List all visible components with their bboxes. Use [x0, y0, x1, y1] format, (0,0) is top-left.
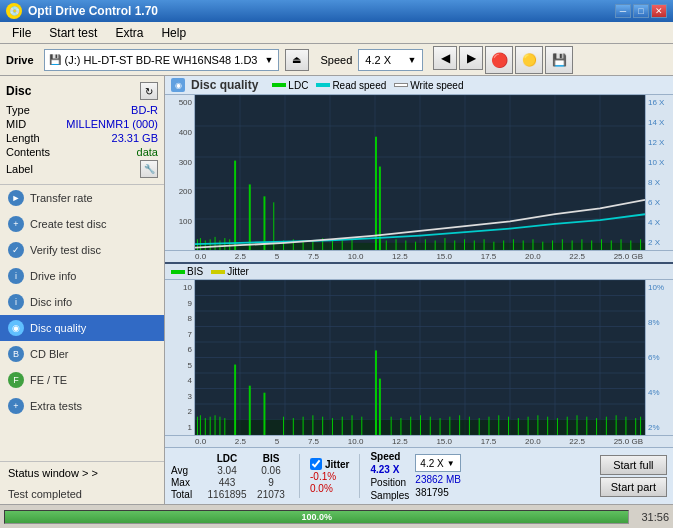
stats-position-label: Position [370, 477, 409, 488]
erase-button[interactable]: 🟡 [515, 46, 543, 74]
svg-rect-45 [435, 240, 436, 250]
svg-rect-58 [562, 239, 563, 250]
jitter-checkbox-row: Jitter [310, 458, 349, 470]
start-full-button[interactable]: Start full [600, 455, 667, 475]
svg-rect-112 [400, 418, 401, 435]
drive-name-text: (J:) HL-DT-ST BD-RE WH16NS48 1.D3 [65, 54, 258, 66]
sidebar-item-disc-quality[interactable]: ◉ Disc quality [0, 315, 164, 341]
speed-dropdown-arrow[interactable]: ▼ [407, 55, 416, 65]
drive-dropdown-arrow[interactable]: ▼ [265, 55, 274, 65]
sidebar: Disc ↻ Type BD-R MID MILLENMR1 (000) Len… [0, 76, 165, 504]
svg-rect-57 [552, 240, 553, 250]
stats-row-labels: Avg Max Total [171, 452, 201, 500]
speed-label: Speed [321, 54, 353, 66]
svg-rect-122 [498, 415, 499, 435]
sidebar-item-disc-info[interactable]: i Disc info [0, 289, 164, 315]
menu-extra[interactable]: Extra [107, 24, 151, 42]
drive-select[interactable]: 💾 (J:) HL-DT-ST BD-RE WH16NS48 1.D3 ▼ [44, 49, 279, 71]
maximize-button[interactable]: □ [633, 4, 649, 18]
status-window-label: Status window > > [8, 467, 98, 479]
chart2-legend: BIS Jitter [165, 264, 673, 280]
chart1-container: 500 400 300 200 100 [165, 95, 673, 264]
svg-rect-129 [567, 417, 568, 435]
next-button[interactable]: ▶ [459, 46, 483, 70]
svg-rect-36 [342, 240, 343, 250]
legend: LDC Read speed Write speed [272, 80, 463, 91]
sidebar-item-verify-test-disc[interactable]: ✓ Verify test disc [0, 237, 164, 263]
stats-max-bis: 9 [253, 477, 289, 488]
chart2-plot [195, 280, 645, 435]
stats-max-ldc: 443 [207, 477, 247, 488]
sidebar-item-fe-te[interactable]: F FE / TE [0, 367, 164, 393]
close-button[interactable]: ✕ [651, 4, 667, 18]
svg-rect-55 [533, 239, 534, 250]
legend-ldc-color [272, 83, 286, 87]
title-bar-left: 💿 Opti Drive Control 1.70 [6, 3, 158, 19]
svg-rect-93 [210, 417, 211, 435]
svg-rect-32 [303, 242, 304, 250]
legend-bis-label: BIS [187, 266, 203, 277]
progress-bar-inner: 100.0% [5, 511, 628, 523]
svg-rect-59 [572, 240, 573, 250]
svg-rect-127 [547, 417, 548, 435]
svg-rect-47 [454, 240, 455, 250]
sidebar-item-create-test-disc[interactable]: + Create test disc [0, 211, 164, 237]
svg-rect-108 [361, 417, 362, 435]
svg-rect-132 [596, 418, 597, 435]
legend-bis: BIS [171, 266, 203, 277]
disc-length-value: 23.31 GB [112, 132, 158, 144]
toolbar-buttons: ◀ ▶ 🔴 🟡 💾 [433, 46, 573, 74]
sidebar-item-drive-info[interactable]: i Drive info [0, 263, 164, 289]
menu-start-test[interactable]: Start test [41, 24, 105, 42]
stats-avg-bis: 0.06 [253, 465, 289, 476]
stats-speed-col: Speed 4.23 X Position Samples [370, 451, 409, 501]
svg-rect-61 [591, 240, 592, 250]
test-completed-label: Test completed [0, 484, 164, 504]
minimize-button[interactable]: ─ [615, 4, 631, 18]
svg-rect-95 [219, 417, 220, 435]
svg-rect-119 [469, 417, 470, 435]
record-button[interactable]: 🔴 [485, 46, 513, 74]
disc-contents-value: data [137, 146, 158, 158]
stats-samples-value: 381795 [415, 487, 461, 498]
start-part-button[interactable]: Start part [600, 477, 667, 497]
disc-label-button[interactable]: 🔧 [140, 160, 158, 178]
svg-rect-106 [342, 417, 343, 435]
eject-button[interactable]: ⏏ [285, 49, 309, 71]
sidebar-item-transfer-rate[interactable]: ► Transfer rate [0, 185, 164, 211]
svg-rect-96 [224, 418, 225, 435]
svg-rect-113 [410, 417, 411, 435]
svg-rect-114 [420, 415, 421, 435]
nav-label-disc-info: Disc info [30, 296, 72, 308]
stats-speed-select[interactable]: 4.2 X ▼ [415, 454, 461, 472]
legend-write-speed: Write speed [394, 80, 463, 91]
disc-quality-header: ◉ Disc quality LDC Read speed Write spee… [165, 76, 673, 95]
sidebar-item-cd-bler[interactable]: B CD Bler [0, 341, 164, 367]
disc-quality-title: Disc quality [191, 78, 258, 92]
disc-refresh-button[interactable]: ↻ [140, 82, 158, 100]
speed-select[interactable]: 4.2 X ▼ [358, 49, 423, 71]
sidebar-item-extra-tests[interactable]: + Extra tests [0, 393, 164, 419]
svg-rect-111 [391, 417, 392, 435]
svg-rect-105 [332, 418, 333, 435]
main-layout: Disc ↻ Type BD-R MID MILLENMR1 (000) Len… [0, 76, 673, 504]
save-button[interactable]: 💾 [545, 46, 573, 74]
legend-read-speed-color [316, 83, 330, 87]
cd-bler-icon: B [8, 346, 24, 362]
disc-quality-header-icon: ◉ [171, 78, 185, 92]
menu-file[interactable]: File [4, 24, 39, 42]
svg-rect-103 [312, 415, 313, 435]
stats-ldc-header: LDC [207, 453, 247, 464]
svg-rect-62 [601, 239, 602, 250]
stats-speed-right-col: 4.2 X ▼ 23862 MB 381795 [415, 454, 461, 498]
jitter-checkbox[interactable] [310, 458, 322, 470]
drive-icon: 💾 [49, 54, 61, 65]
svg-rect-25 [229, 239, 230, 250]
prev-button[interactable]: ◀ [433, 46, 457, 70]
app-icon: 💿 [6, 3, 22, 19]
menu-help[interactable]: Help [153, 24, 194, 42]
status-window-button[interactable]: Status window > > [0, 461, 164, 484]
svg-rect-102 [303, 417, 304, 435]
content-area: ◉ Disc quality LDC Read speed Write spee… [165, 76, 673, 504]
avg-label: Avg [171, 465, 201, 476]
